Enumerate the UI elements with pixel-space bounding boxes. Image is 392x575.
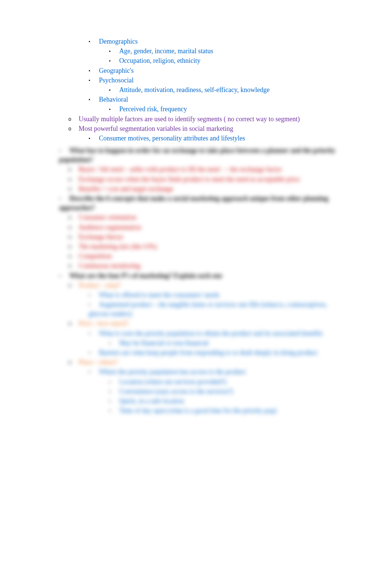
list-item: Geographic's xyxy=(44,66,348,75)
list-item: Competition xyxy=(44,252,348,261)
text: Where the priority population has access… xyxy=(99,368,246,375)
text: Quick, in a safe location xyxy=(119,397,184,405)
text: Consumer orientation xyxy=(79,214,136,221)
text: Psychosocial xyxy=(99,76,134,84)
text: Competition xyxy=(79,252,112,260)
list-item: What is offered to meet the consumers' n… xyxy=(44,290,348,300)
text: Product - what? xyxy=(79,282,121,289)
list-item: Demographics xyxy=(44,37,348,46)
text: Place - where? xyxy=(79,358,118,366)
document-outline: Demographics Age, gender, income, marita… xyxy=(44,37,348,143)
list-item: What it costs the priority population to… xyxy=(44,329,348,338)
list-item: Barriers are what keep people from respo… xyxy=(44,348,348,357)
text: Demographics xyxy=(99,38,138,45)
list-item: Audience segmentation xyxy=(44,223,348,232)
list-item: Buyer / felt need – seller with product … xyxy=(44,165,348,174)
text: Price - how much? xyxy=(79,320,128,327)
text: Buyer / felt need – seller with product … xyxy=(79,166,282,173)
text: Geographic's xyxy=(99,67,134,74)
text: What it costs the priority population to… xyxy=(99,330,323,337)
text: Exchange theory xyxy=(79,233,123,241)
text: Perceived risk, frequency xyxy=(119,105,187,113)
text: Usually multiple factors are used to ide… xyxy=(79,115,300,123)
list-item: Price - how much? xyxy=(44,319,348,328)
list-item: The marketing mix (the 4 Ps) xyxy=(44,242,348,251)
text: Age, gender, income, marital status xyxy=(119,47,213,55)
list-item: Describe the 6 concepts that make a soci… xyxy=(44,194,348,212)
list-item: Psychosocial xyxy=(44,76,348,85)
text: Consumer motives, personality attributes… xyxy=(99,135,245,142)
list-item: Time of day open (what is a good time fo… xyxy=(44,406,348,415)
list-item: Product - what? xyxy=(44,281,348,290)
list-item: Exchange occurs when the buyer finds pro… xyxy=(44,175,348,184)
list-item: Consumer orientation xyxy=(44,213,348,222)
list-item: Most powerful segmentation variables in … xyxy=(44,124,348,133)
text: Location (where are services provided?) xyxy=(119,378,226,385)
list-item: What has to happen in order for an excha… xyxy=(44,146,348,164)
list-item: Perceived risk, frequency xyxy=(44,105,348,114)
blurred-content: What has to happen in order for an excha… xyxy=(44,146,348,415)
list-item: Behavioral xyxy=(44,95,348,104)
list-item: Usually multiple factors are used to ide… xyxy=(44,115,348,124)
list-item: Augmented product – the tangible items o… xyxy=(44,300,348,319)
list-item: Quick, in a safe location xyxy=(44,397,348,406)
text: Occupation, religion, ethnicity xyxy=(119,57,200,64)
list-item: Exchange theory xyxy=(44,232,348,242)
text: What is offered to meet the consumers' n… xyxy=(99,291,219,299)
list-item: Attitude, motivation, readiness, self-ef… xyxy=(44,85,348,95)
list-item: Benefits = cost and target exchange xyxy=(44,184,348,194)
text: Describe the 6 concepts that make a soci… xyxy=(59,195,329,211)
text: Behavioral xyxy=(99,96,128,103)
list-item: May be financial or non-financial xyxy=(44,338,348,348)
list-item: Continuous monitoring xyxy=(44,261,348,271)
list-item: Location (where are services provided?) xyxy=(44,377,348,387)
text: Continuous monitoring xyxy=(79,262,141,269)
text: What are the four P's of marketing? Expl… xyxy=(69,272,222,279)
text: Attitude, motivation, readiness, self-ef… xyxy=(119,86,269,93)
list-item: Place - where? xyxy=(44,358,348,367)
text: Convenience (easy access to the services… xyxy=(119,388,233,395)
list-item: What are the four P's of marketing? Expl… xyxy=(44,271,348,280)
text: Benefits = cost and target exchange xyxy=(79,185,173,193)
list-item: Occupation, religion, ethnicity xyxy=(44,56,348,65)
text: Audience segmentation xyxy=(79,224,141,231)
list-item: Age, gender, income, marital status xyxy=(44,47,348,56)
text: The marketing mix (the 4 Ps) xyxy=(79,243,157,250)
text: Most powerful segmentation variables in … xyxy=(79,125,233,132)
list-item: Convenience (easy access to the services… xyxy=(44,387,348,396)
text: Barriers are what keep people from respo… xyxy=(99,349,317,356)
text: Exchange occurs when the buyer finds pro… xyxy=(79,176,300,183)
text: Augmented product – the tangible items o… xyxy=(89,301,327,317)
text: Time of day open (what is a good time fo… xyxy=(119,407,276,414)
list-item: Consumer motives, personality attributes… xyxy=(44,134,348,143)
list-item: Where the priority population has access… xyxy=(44,367,348,377)
text: May be financial or non-financial xyxy=(119,339,209,347)
text: What has to happen in order for an excha… xyxy=(59,147,336,163)
